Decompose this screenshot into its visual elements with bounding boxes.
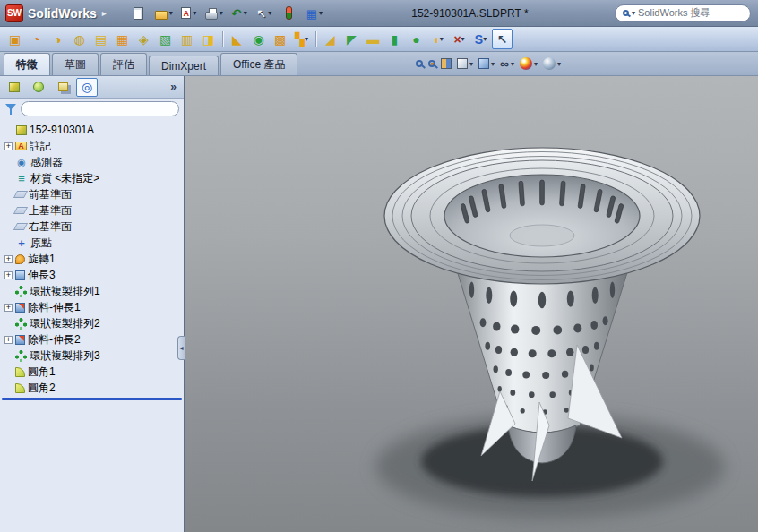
print-icon[interactable] — [203, 4, 225, 23]
propertymanager-tab[interactable] — [28, 78, 49, 97]
title-bar: SW SolidWorks ▸ 152-910301A.SLDPRT * ▾ S… — [0, 0, 758, 27]
tree-item-sensors[interactable]: 感測器 — [0, 154, 184, 170]
tree-item-top-plane[interactable]: 上基準面 — [0, 202, 184, 219]
command-tabs: 特徵草圖評估DimXpertOffice 產品 — [4, 53, 299, 75]
tree-item-fillet1[interactable]: 圓角1 — [0, 364, 184, 380]
expand-toggle[interactable] — [4, 255, 13, 263]
tool-icon-3[interactable]: ◑ — [47, 29, 68, 49]
command-manager-tab-bar: 特徵草圖評估DimXpertOffice 產品 — [0, 52, 758, 76]
circular-pattern-icon — [15, 286, 27, 297]
search-input[interactable]: SolidWorks 搜尋 — [638, 6, 710, 20]
select-icon[interactable] — [254, 4, 275, 23]
filter-funnel-icon[interactable] — [4, 102, 17, 116]
panel-tab-strip: » — [0, 76, 184, 99]
sensors-icon — [15, 157, 28, 168]
tool-icon-12[interactable]: ◉ — [248, 29, 269, 49]
expand-toggle[interactable] — [4, 271, 13, 279]
tab-office-products[interactable]: Office 產品 — [220, 53, 297, 75]
tool-icon-20[interactable]: ◖ — [427, 29, 448, 49]
expand-toggle[interactable] — [4, 304, 13, 312]
rebuild-icon[interactable] — [279, 4, 300, 23]
tool-icon-8[interactable]: ▧ — [155, 29, 176, 49]
open-icon[interactable] — [153, 4, 175, 23]
circular-pattern-icon — [15, 350, 27, 362]
tree-item-cut-extrude2[interactable]: 除料-伸長2 — [0, 331, 184, 348]
tool-icon-21[interactable]: × — [449, 29, 469, 49]
view-orientation-icon[interactable] — [457, 55, 473, 73]
title-toolbar — [128, 4, 325, 23]
new-document-icon[interactable] — [128, 4, 150, 23]
cut-extrude-icon — [15, 335, 25, 345]
tool-icon-7[interactable]: ◈ — [134, 29, 154, 49]
extrude-icon — [15, 270, 25, 280]
filter-input[interactable] — [21, 101, 179, 116]
tree-item-circular-pattern2[interactable]: 環狀複製排列2 — [0, 315, 184, 331]
tool-icon-18[interactable]: ▮ — [384, 29, 405, 49]
solidworks-window: SW SolidWorks ▸ 152-910301A.SLDPRT * ▾ S… — [0, 0, 758, 532]
section-view-icon[interactable] — [441, 55, 452, 73]
tool-icon-1[interactable]: ▣ — [4, 29, 25, 49]
expand-toggle[interactable] — [4, 142, 13, 150]
rollback-bar[interactable] — [2, 398, 182, 400]
save-icon[interactable] — [178, 4, 200, 23]
hide-show-items-icon[interactable] — [500, 55, 514, 73]
tree-item-material[interactable]: 材質 <未指定> — [0, 170, 184, 186]
plane-icon — [13, 191, 28, 198]
tab-dimxpert[interactable]: DimXpert — [149, 56, 219, 75]
annotations-folder-icon — [15, 142, 27, 150]
menu-expand-arrow-icon[interactable]: ▸ — [102, 8, 107, 18]
tool-icon-4[interactable]: ◍ — [69, 29, 90, 49]
undo-icon[interactable] — [228, 4, 250, 23]
tab-evaluate[interactable]: 評估 — [100, 53, 147, 75]
tree-root-part[interactable]: 152-910301A — [0, 122, 184, 138]
tab-features[interactable]: 特徵 — [4, 53, 50, 75]
zoom-fit-icon[interactable] — [416, 55, 423, 73]
tool-icon-22[interactable]: S — [470, 29, 491, 49]
tree-item-right-plane[interactable]: 右基準面 — [0, 219, 184, 235]
tool-icon-11[interactable]: ◣ — [227, 29, 247, 49]
tool-icon-5[interactable]: ▤ — [90, 29, 111, 49]
tree-item-annotations[interactable]: 註記 — [0, 138, 184, 154]
tool-icon-19[interactable]: ● — [406, 29, 426, 49]
tool-icon-16[interactable]: ◤ — [341, 29, 362, 49]
graphics-viewport[interactable] — [185, 76, 758, 532]
tool-icon-15[interactable]: ◢ — [320, 29, 340, 49]
part-rim-flange[interactable] — [384, 148, 700, 284]
search-scope-dropdown-icon[interactable]: ▾ — [632, 9, 635, 17]
main-content: » 152-910301A 註記 — [0, 76, 758, 532]
featuremanager-tab[interactable] — [4, 78, 25, 97]
tree-item-circular-pattern1[interactable]: 環狀複製排列1 — [0, 283, 184, 299]
tree-item-fillet2[interactable]: 圓角2 — [0, 380, 184, 396]
fillet-icon — [15, 383, 25, 393]
tree-item-circular-pattern3[interactable]: 環狀複製排列3 — [0, 348, 184, 364]
tree-item-origin[interactable]: 原點 — [0, 235, 184, 251]
edit-appearance-icon[interactable] — [520, 55, 538, 73]
tree-items: 註記 感測器 材質 <未指定> — [0, 138, 184, 396]
tool-icon-2[interactable]: ◔ — [26, 29, 47, 49]
tree-item-extrude3[interactable]: 伸長3 — [0, 267, 184, 283]
configurationmanager-tab[interactable] — [52, 78, 73, 97]
search-box[interactable]: ▾ SolidWorks 搜尋 — [615, 4, 751, 22]
part-model-3d[interactable] — [185, 76, 758, 532]
dimxpertmanager-tab[interactable] — [76, 78, 98, 97]
view-settings-icon[interactable] — [304, 4, 325, 23]
apply-scene-icon[interactable] — [543, 55, 561, 73]
tool-icon-14[interactable]: ▚ — [291, 29, 312, 49]
zoom-area-icon[interactable] — [428, 55, 435, 73]
tree-item-front-plane[interactable]: 前基準面 — [0, 186, 184, 202]
tool-icon-9[interactable]: ▥ — [177, 29, 197, 49]
tool-icon-13[interactable]: ▩ — [270, 29, 290, 49]
tool-icon-6[interactable]: ▦ — [112, 29, 133, 49]
document-title: 152-910301A.SLDPRT * — [411, 7, 528, 20]
tool-icon-17[interactable]: ▬ — [363, 29, 383, 49]
panel-splitter-handle[interactable] — [177, 336, 185, 360]
main-toolbar: ▣◔◑◍▤▦◈▧▥◨◣◉▩▚◢◤▬▮●◖×S↖ — [0, 27, 758, 52]
tree-item-revolve1[interactable]: 旋轉1 — [0, 251, 184, 267]
tab-sketch[interactable]: 草圖 — [52, 53, 99, 75]
panel-overflow-button[interactable]: » — [167, 81, 180, 93]
tree-item-cut-extrude1[interactable]: 除料-伸長1 — [0, 299, 184, 315]
display-style-icon[interactable] — [478, 55, 495, 73]
tool-icon-10[interactable]: ◨ — [198, 29, 219, 49]
expand-toggle[interactable] — [4, 336, 13, 344]
tool-icon-23[interactable]: ↖ — [492, 29, 513, 49]
